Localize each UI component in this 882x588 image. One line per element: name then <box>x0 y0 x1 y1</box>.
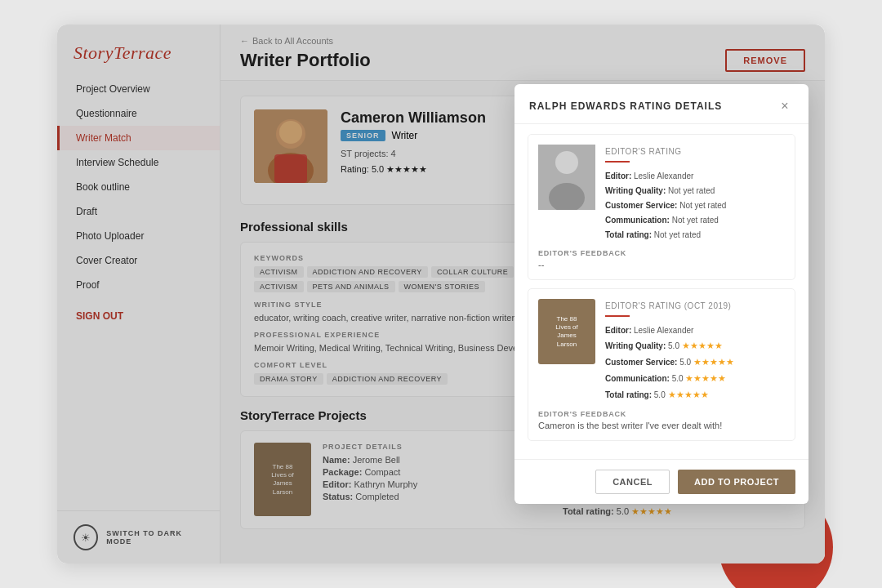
editor-1: Editor: Leslie Alexander <box>605 169 726 184</box>
rating-title-2: EDITOR'S RATING (OCT 2019) <box>605 299 734 314</box>
svg-point-6 <box>555 151 578 174</box>
main-container: StoryTerrace Project Overview Questionna… <box>57 24 825 564</box>
rating-block-2-header: The 88Lives ofJamesLarson EDITOR'S RATIN… <box>538 299 785 403</box>
rating-block-1: EDITOR'S RATING Editor: Leslie Alexander… <box>528 134 795 280</box>
rating-block-1-header: EDITOR'S RATING Editor: Leslie Alexander… <box>538 145 785 243</box>
feedback-label-2: EDITOR'S FEEDBACK <box>538 410 785 418</box>
editor-2: Editor: Leslie Alexander <box>605 323 734 338</box>
rating-details-2: EDITOR'S RATING (OCT 2019) Editor: Lesli… <box>605 299 734 403</box>
wq-1: Writing Quality: Not yet rated <box>605 184 726 198</box>
comm-2: Communication: 5.0 ★★★★★ <box>605 371 734 387</box>
modal-body: EDITOR'S RATING Editor: Leslie Alexander… <box>514 124 808 458</box>
rating-details-1: EDITOR'S RATING Editor: Leslie Alexander… <box>605 145 726 243</box>
total-2: Total rating: 5.0 ★★★★★ <box>605 387 734 403</box>
wq-2: Writing Quality: 5.0 ★★★★★ <box>605 338 734 354</box>
rating-photo-1 <box>538 145 595 210</box>
feedback-label-1: EDITOR'S FEEDBACK <box>538 249 785 257</box>
add-to-project-button[interactable]: ADD TO PROJECT <box>678 470 795 494</box>
feedback-text-2: Cameron is the best writer I've ever dea… <box>538 421 785 430</box>
rating-modal: RALPH EDWARDS RATING DETAILS × <box>514 84 808 503</box>
feedback-text-1: -- <box>538 260 785 270</box>
underline-2 <box>605 315 630 317</box>
comm-1: Communication: Not yet rated <box>605 213 726 228</box>
rating-title-1: EDITOR'S RATING <box>605 145 726 159</box>
modal-footer: CANCEL ADD TO PROJECT <box>514 459 808 504</box>
modal-overlay: RALPH EDWARDS RATING DETAILS × <box>57 24 825 564</box>
book-cover-text-2: The 88Lives ofJamesLarson <box>552 312 581 353</box>
rating-photo-2: The 88Lives ofJamesLarson <box>538 299 595 364</box>
rating-block-2: The 88Lives ofJamesLarson EDITOR'S RATIN… <box>528 288 795 440</box>
cs-2: Customer Service: 5.0 ★★★★★ <box>605 354 734 371</box>
rating-photo-1-img <box>538 145 595 210</box>
modal-header: RALPH EDWARDS RATING DETAILS × <box>514 84 808 124</box>
cancel-button[interactable]: CANCEL <box>595 470 670 494</box>
modal-title: RALPH EDWARDS RATING DETAILS <box>529 100 722 112</box>
cs-1: Customer Service: Not yet rated <box>605 198 726 213</box>
underline-1 <box>605 161 630 163</box>
total-1: Total rating: Not yet rated <box>605 228 726 243</box>
modal-close-button[interactable]: × <box>776 97 794 115</box>
